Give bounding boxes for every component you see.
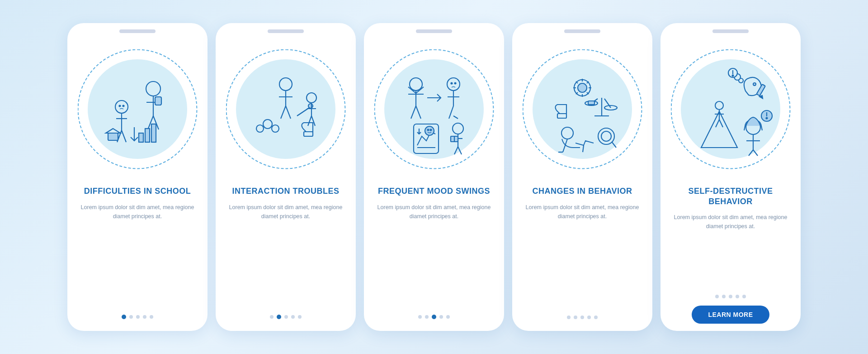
card-title-3: FREQUENT MOOD SWINGS	[378, 186, 490, 196]
svg-point-27	[308, 104, 313, 108]
dot-4-4	[587, 316, 591, 319]
svg-line-38	[416, 106, 421, 119]
svg-point-12	[123, 105, 124, 107]
svg-behavior	[530, 57, 634, 161]
card-desc-3: Lorem ipsum dolor sit dim amet, mea regi…	[375, 203, 493, 221]
dot-2-1	[270, 315, 274, 319]
svg-line-45	[449, 106, 453, 119]
learn-more-button[interactable]: LEARN MORE	[692, 306, 769, 324]
card-changes-behavior: CHANGES IN BEHAVIOR Lorem ipsum dolor si…	[512, 23, 652, 331]
dot-5-3	[729, 295, 732, 298]
dots-row-1	[122, 315, 153, 319]
card-content-5: SELF-DESTRUCTIVE BEHAVIOR Lorem ipsum do…	[660, 182, 801, 331]
svg-point-0	[146, 81, 160, 96]
svg-point-52	[425, 126, 434, 135]
illustration-area-5	[660, 37, 801, 182]
svg-line-83	[583, 145, 584, 152]
card-desc-2: Lorem ipsum dolor sit dim amet, mea regi…	[226, 203, 345, 221]
dot-3-1	[418, 315, 422, 319]
card-difficulties-in-school: DIFFICULTIES IN SCHOOL Lorem ipsum dolor…	[67, 23, 208, 331]
svg-line-100	[744, 124, 745, 130]
phone-notch-1	[119, 29, 156, 33]
card-desc-5: Lorem ipsum dolor sit dim amet, mea regi…	[671, 213, 790, 231]
svg-line-105	[753, 150, 758, 156]
dot-5-4	[736, 295, 739, 298]
svg-self-destructive	[679, 57, 783, 161]
svg-line-58	[454, 147, 458, 154]
svg-rect-5	[155, 97, 161, 105]
dot-3-2	[425, 315, 429, 319]
dot-4-1	[567, 316, 571, 319]
phone-notch-2	[268, 29, 304, 33]
card-title-5: SELF-DESTRUCTIVE BEHAVIOR	[671, 186, 790, 206]
svg-point-93	[753, 83, 756, 86]
svg-point-98	[732, 75, 734, 77]
illustration-area-4	[512, 37, 652, 182]
card-content-1: DIFFICULTIES IN SCHOOL Lorem ipsum dolor…	[67, 182, 208, 331]
dot-3-4	[439, 315, 443, 319]
dot-3-3	[432, 315, 436, 319]
card-mood-swings: FREQUENT MOOD SWINGS Lorem ipsum dolor s…	[364, 23, 504, 331]
dot-5-1	[715, 295, 719, 298]
dot-3-5	[446, 315, 450, 319]
svg-line-101	[761, 124, 762, 130]
svg-point-26	[272, 125, 279, 132]
svg-point-47	[451, 83, 453, 84]
svg-point-64	[578, 83, 587, 92]
card-content-4: CHANGES IN BEHAVIOR Lorem ipsum dolor si…	[512, 182, 652, 331]
dot-2-2	[277, 315, 281, 319]
dots-row-3	[418, 315, 450, 319]
dots-row-4	[567, 316, 598, 319]
cards-container: DIFFICULTIES IN SCHOOL Lorem ipsum dolor…	[40, 10, 828, 344]
svg-line-10	[122, 130, 126, 142]
svg-point-48	[455, 83, 456, 84]
svg-point-110	[766, 118, 768, 119]
dots-row-5	[715, 295, 746, 298]
svg-point-6	[115, 100, 128, 113]
card-interaction-troubles: INTERACTION TROUBLES Lorem ipsum dolor s…	[216, 23, 356, 331]
card-desc-4: Lorem ipsum dolor sit dim amet, mea regi…	[523, 203, 642, 221]
svg-rect-16	[139, 133, 143, 142]
svg-rect-79	[588, 101, 594, 105]
svg-rect-62	[557, 114, 566, 118]
svg-point-80	[561, 127, 573, 139]
dot-2-4	[291, 315, 295, 319]
card-title-4: CHANGES IN BEHAVIOR	[532, 186, 632, 196]
phone-notch-4	[564, 29, 600, 33]
svg-rect-13	[108, 133, 118, 140]
card-title-1: DIFFICULTIES IN SCHOOL	[84, 186, 191, 196]
card-content-3: FREQUENT MOOD SWINGS Lorem ipsum dolor s…	[364, 182, 504, 331]
phone-notch-5	[712, 29, 749, 33]
svg-point-11	[119, 105, 121, 107]
svg-point-53	[428, 129, 429, 131]
phone-notch-3	[416, 29, 452, 33]
dot-1-4	[143, 315, 146, 319]
svg-point-54	[430, 129, 432, 131]
card-self-destructive: SELF-DESTRUCTIVE BEHAVIOR Lorem ipsum do…	[660, 23, 801, 331]
dot-2-3	[284, 315, 288, 319]
svg-rect-28	[304, 132, 313, 136]
svg-line-22	[281, 106, 286, 119]
svg-point-24	[263, 120, 272, 129]
illustration-area-2	[216, 37, 356, 182]
svg-line-23	[286, 106, 291, 119]
dot-4-2	[574, 316, 577, 319]
illustration-area-1	[67, 37, 208, 182]
dot-1-3	[136, 315, 140, 319]
svg-line-59	[458, 147, 462, 154]
dot-5-2	[722, 295, 726, 298]
svg-point-88	[715, 101, 723, 110]
dot-5-5	[742, 295, 746, 298]
dot-2-5	[298, 315, 302, 319]
svg-marker-14	[106, 129, 120, 133]
illustration-area-3	[364, 37, 504, 182]
svg-line-37	[411, 106, 416, 119]
svg-rect-18	[151, 124, 156, 142]
svg-mood	[382, 57, 486, 161]
svg-rect-17	[145, 129, 150, 142]
dot-1-1	[122, 315, 126, 319]
svg-point-34	[410, 78, 422, 91]
svg-point-25	[256, 125, 264, 132]
svg-point-55	[453, 123, 463, 134]
card-title-2: INTERACTION TROUBLES	[232, 186, 340, 196]
